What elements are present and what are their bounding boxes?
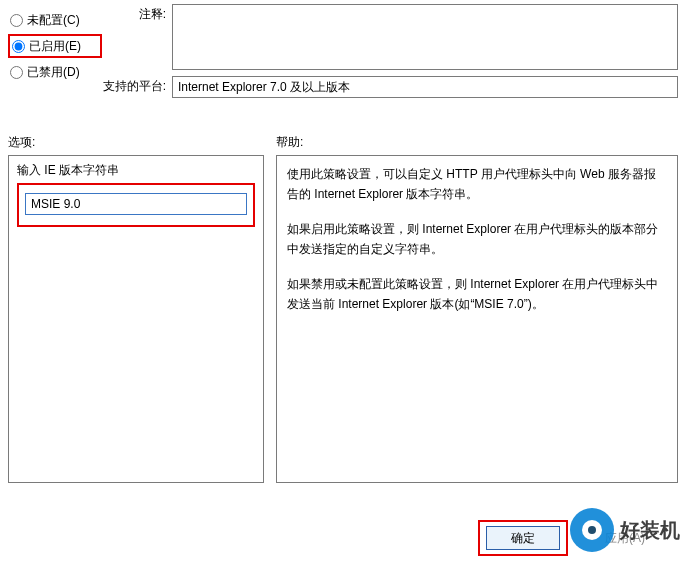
comment-textarea[interactable] xyxy=(172,4,678,70)
radio-enabled-label: 已启用(E) xyxy=(29,38,81,55)
version-string-highlight xyxy=(17,183,255,227)
apply-button[interactable]: 应用(A) xyxy=(586,526,664,550)
dialog-buttons: 确定 应用(A) xyxy=(478,520,664,556)
radio-disabled-label: 已禁用(D) xyxy=(27,64,80,81)
platform-value: Internet Explorer 7.0 及以上版本 xyxy=(172,76,678,98)
help-paragraph-3: 如果禁用或未配置此策略设置，则 Internet Explorer 在用户代理标… xyxy=(287,274,667,315)
help-paragraph-1: 使用此策略设置，可以自定义 HTTP 用户代理标头中向 Web 服务器报告的 I… xyxy=(287,164,667,205)
radio-not-configured[interactable]: 未配置(C) xyxy=(8,8,102,32)
version-string-input[interactable] xyxy=(25,193,247,215)
ok-button-highlight: 确定 xyxy=(478,520,568,556)
options-label: 选项: xyxy=(8,134,276,151)
options-panel: 输入 IE 版本字符串 xyxy=(8,155,264,483)
radio-not-configured-label: 未配置(C) xyxy=(27,12,80,29)
radio-not-configured-input[interactable] xyxy=(10,14,23,27)
radio-disabled-input[interactable] xyxy=(10,66,23,79)
comment-label: 注释: xyxy=(102,4,172,70)
help-paragraph-2: 如果启用此策略设置，则 Internet Explorer 在用户代理标头的版本… xyxy=(287,219,667,260)
help-label: 帮助: xyxy=(276,134,303,151)
platform-label: 支持的平台: xyxy=(102,76,172,98)
help-panel: 使用此策略设置，可以自定义 HTTP 用户代理标头中向 Web 服务器报告的 I… xyxy=(276,155,678,483)
radio-enabled-input[interactable] xyxy=(12,40,25,53)
radio-disabled[interactable]: 已禁用(D) xyxy=(8,60,102,84)
ok-button[interactable]: 确定 xyxy=(486,526,560,550)
version-string-caption: 输入 IE 版本字符串 xyxy=(17,162,255,179)
radio-enabled[interactable]: 已启用(E) xyxy=(8,34,102,58)
state-radio-group: 未配置(C) 已启用(E) 已禁用(D) xyxy=(8,4,102,104)
